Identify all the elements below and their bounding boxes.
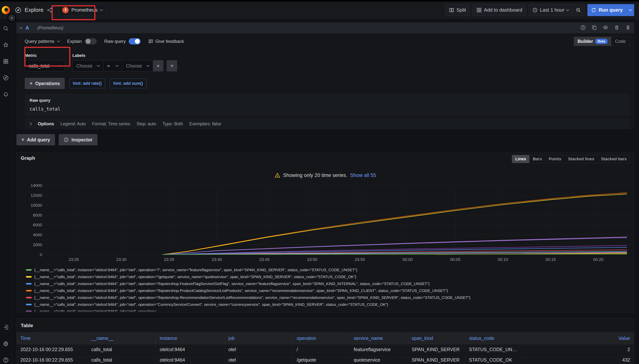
column-header-servicename[interactable]: service_name xyxy=(350,332,408,344)
legend-color-marker xyxy=(26,283,32,284)
explore-icon[interactable] xyxy=(3,75,9,82)
y-axis-tick: 6000 xyxy=(33,222,42,227)
label-operator-select[interactable]: = xyxy=(103,60,122,72)
add-query-button[interactable]: + Add query xyxy=(16,134,55,145)
search-icon[interactable] xyxy=(3,26,9,32)
column-header-name[interactable]: __name__ xyxy=(88,332,156,344)
explain-toggle[interactable] xyxy=(85,38,97,44)
query-row-header[interactable]: A (Prometheus) xyxy=(16,22,634,33)
legend-item[interactable]: {__name__="calls_total", instance="otelc… xyxy=(26,288,630,293)
legend-item[interactable]: {__name__="calls_total", instance="otelc… xyxy=(26,302,630,307)
time-range-button[interactable]: Last 1 hour xyxy=(529,4,572,16)
operations-button[interactable]: + Operations xyxy=(25,78,65,89)
prometheus-icon xyxy=(62,7,69,13)
add-to-dashboard-button[interactable]: Add to dashboard xyxy=(472,4,526,16)
run-query-button[interactable]: Run query xyxy=(587,4,634,16)
table-cell: STATUS_CODE_OK xyxy=(465,355,524,364)
table-cell: / xyxy=(293,344,350,355)
chevron-right-icon xyxy=(29,122,32,126)
run-query-caret[interactable] xyxy=(627,4,634,16)
options-row[interactable]: Options Legend: Auto Format: Time series… xyxy=(25,118,630,129)
sign-in-icon[interactable] xyxy=(3,324,9,331)
plus-icon: + xyxy=(30,80,32,86)
legend-label: {__name__="calls_total", instance="otelc… xyxy=(34,295,470,300)
add-label-filter-button[interactable]: + xyxy=(167,60,177,72)
graph-mode-switch: Lines Bars Points Stacked lines Stacked … xyxy=(512,155,630,163)
help-circle-icon[interactable] xyxy=(580,25,586,31)
mode-points[interactable]: Points xyxy=(545,155,564,163)
legend-item[interactable]: {__name__="calls_total", instance="otelc… xyxy=(26,295,630,300)
give-feedback-link[interactable]: Give feedback xyxy=(148,39,184,44)
table-cell: otel xyxy=(225,355,293,364)
column-header-instance[interactable]: instance xyxy=(156,332,225,344)
remove-query-trash-icon[interactable] xyxy=(614,25,620,31)
show-all-series-link[interactable]: Show all 55 xyxy=(350,172,376,178)
run-query-label: Run query xyxy=(598,7,623,13)
legend-color-marker xyxy=(26,311,32,312)
hide-response-eye-icon[interactable] xyxy=(603,25,608,31)
code-option[interactable]: Code xyxy=(611,37,630,46)
y-axis-tick: 4000 xyxy=(33,232,42,237)
mode-stacked-lines[interactable]: Stacked lines xyxy=(564,155,598,163)
settings-gear-icon[interactable] xyxy=(3,340,9,347)
hint-add-sum-button[interactable]: hint: add sum() xyxy=(110,78,146,88)
table-row[interactable]: 2022-10-16 00:22:29.655calls_totalotelco… xyxy=(17,355,634,364)
query-patterns-dropdown[interactable]: Query patterns xyxy=(25,39,60,44)
time-series-chart[interactable]: 23:2523:3023:3523:4023:4523:5023:5500:00… xyxy=(21,183,630,264)
drag-handle-icon[interactable] xyxy=(625,25,631,31)
option-step: Step: auto xyxy=(136,122,156,126)
legend-item[interactable]: {__name__="calls_total", instance="otelc… xyxy=(26,309,630,312)
starred-icon[interactable] xyxy=(3,42,9,49)
y-axis-tick: 8000 xyxy=(33,213,42,218)
warning-triangle-icon xyxy=(274,172,280,178)
metric-label: Metric xyxy=(25,53,65,58)
labels-label: Labels xyxy=(72,53,177,58)
chevron-down-icon xyxy=(58,64,62,67)
series-line xyxy=(162,254,627,254)
help-icon[interactable] xyxy=(3,357,9,364)
mode-stacked-bars[interactable]: Stacked bars xyxy=(598,155,630,163)
zoom-out-button[interactable] xyxy=(572,4,584,16)
duplicate-query-icon[interactable] xyxy=(592,25,597,31)
legend-color-marker xyxy=(26,276,32,278)
metric-select[interactable]: calls_total xyxy=(25,60,65,72)
mode-bars[interactable]: Bars xyxy=(530,155,545,163)
table-cell: featureflagservice xyxy=(350,344,408,355)
table-panel-title: Table xyxy=(17,322,634,332)
mode-lines[interactable]: Lines xyxy=(512,155,530,163)
grafana-logo[interactable] xyxy=(0,6,12,14)
column-header-Time[interactable]: Time xyxy=(17,332,88,344)
sidebar-expand-button[interactable]: › xyxy=(8,14,16,22)
alerting-bell-icon[interactable] xyxy=(3,91,9,98)
legend-item[interactable]: {__name__="calls_total", instance="otelc… xyxy=(26,274,630,279)
options-label: Options xyxy=(38,122,54,126)
legend-item[interactable]: {__name__="calls_total", instance="otelc… xyxy=(26,268,630,272)
column-header-statuscode[interactable]: status_code xyxy=(465,332,524,344)
legend-item[interactable]: {__name__="calls_total", instance="otelc… xyxy=(26,282,630,286)
share-icon[interactable] xyxy=(47,7,52,13)
table-row[interactable]: 2022-10-16 00:22:29.655calls_totalotelco… xyxy=(17,344,634,355)
graph-legend: {__name__="calls_total", instance="otelc… xyxy=(26,268,630,312)
table-panel: Table Time__name__instancejoboperationse… xyxy=(16,318,634,364)
hint-add-rate-button[interactable]: hint: add rate() xyxy=(69,78,105,88)
raw-query-toggle[interactable] xyxy=(129,38,141,44)
column-header-Value[interactable]: Value xyxy=(524,332,634,344)
label-key-select[interactable]: Choose xyxy=(72,60,103,72)
split-button[interactable]: Split xyxy=(445,4,470,16)
refresh-icon xyxy=(591,8,596,13)
builder-option[interactable]: Builder Beta xyxy=(574,37,611,46)
column-header-operation[interactable]: operation xyxy=(293,332,350,344)
dashboards-icon[interactable] xyxy=(3,58,9,65)
label-value-select[interactable]: Choose xyxy=(122,60,153,72)
column-header-spankind[interactable]: span_kind xyxy=(408,332,465,344)
time-range-label: Last 1 hour xyxy=(540,7,564,13)
graph-panel-title: Graph xyxy=(21,155,35,161)
add-to-dashboard-label: Add to dashboard xyxy=(484,7,522,13)
dashboard-grid-icon xyxy=(476,8,482,13)
remove-label-filter-button[interactable]: × xyxy=(153,60,163,72)
inspector-button[interactable]: Inspector xyxy=(59,134,98,145)
option-exemplars: Exemplars: false xyxy=(190,122,221,126)
column-header-job[interactable]: job xyxy=(225,332,293,344)
datasource-picker[interactable]: Prometheus xyxy=(58,4,106,16)
option-type: Type: Both xyxy=(162,122,183,126)
